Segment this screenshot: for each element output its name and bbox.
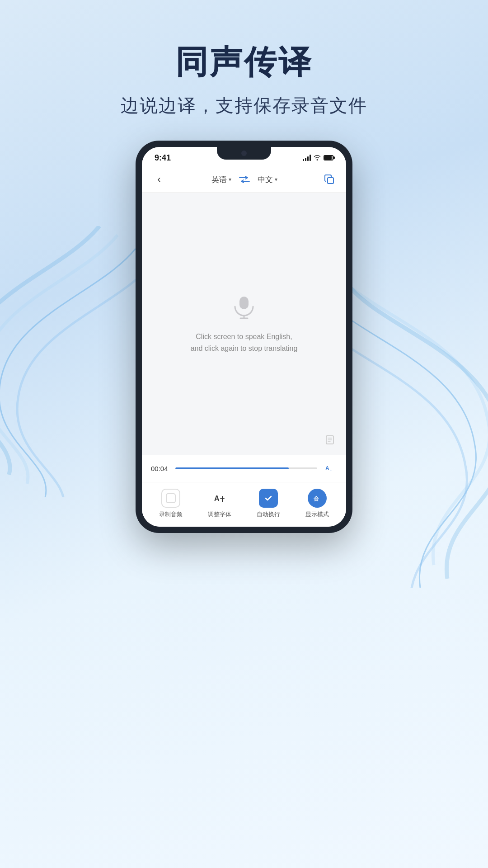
auto-linebreak-icon xyxy=(259,489,278,508)
app-navbar: ‹ 英语 ▾ 中文 ▾ xyxy=(142,167,346,193)
status-time: 9:41 xyxy=(155,153,171,163)
svg-text:A: A xyxy=(214,495,220,502)
display-mode-icon: 合 xyxy=(308,489,327,508)
battery-icon xyxy=(324,155,333,160)
prompt-line2: and click again to stop translating xyxy=(191,344,298,352)
signal-icon xyxy=(303,155,311,161)
phone-container: 9:41 xyxy=(0,141,488,533)
phone-frame: 9:41 xyxy=(136,141,352,533)
camera-dot xyxy=(241,151,247,156)
main-title: 同声传译 xyxy=(0,41,488,84)
svg-text:合: 合 xyxy=(313,495,319,502)
phone-notch xyxy=(217,147,271,160)
display-mode-label: 显示模式 xyxy=(305,510,329,519)
auto-linebreak-label: 自动换行 xyxy=(257,510,280,519)
progress-bar xyxy=(175,467,317,469)
target-lang-arrow: ▾ xyxy=(275,176,277,183)
svg-rect-10 xyxy=(166,494,175,503)
wifi-icon xyxy=(314,154,321,162)
toolbar-display-mode[interactable]: 合 显示模式 xyxy=(299,489,335,519)
source-lang-label: 英语 xyxy=(211,175,227,185)
target-lang-label: 中文 xyxy=(258,175,273,185)
mic-icon xyxy=(230,293,258,320)
source-lang-button[interactable]: 英语 ▾ xyxy=(211,175,231,185)
time-label: 00:04 xyxy=(151,465,170,472)
doc-copy-button[interactable] xyxy=(323,431,339,448)
back-button[interactable]: ‹ xyxy=(151,171,167,188)
header-section: 同声传译 边说边译，支持保存录音文件 xyxy=(0,0,488,141)
svg-rect-0 xyxy=(328,178,333,184)
toolbar-auto-linebreak[interactable]: 自动换行 xyxy=(250,489,286,519)
sub-title: 边说边译，支持保存录音文件 xyxy=(0,93,488,118)
status-icons xyxy=(303,154,333,162)
prompt-line1: Click screen to speak English, xyxy=(196,333,292,340)
translation-area[interactable]: Click screen to speak English, and click… xyxy=(142,193,346,455)
adjust-font-icon: A xyxy=(210,489,229,508)
source-lang-arrow: ▾ xyxy=(229,176,231,183)
phone-screen: 9:41 xyxy=(142,147,346,527)
copy-icon-button[interactable] xyxy=(322,172,337,187)
lang-selector: 英语 ▾ 中文 ▾ xyxy=(211,175,277,185)
toolbar-adjust-font[interactable]: A 调整字体 xyxy=(202,489,238,519)
toolbar-record-audio[interactable]: 录制音频 xyxy=(153,489,189,519)
prompt-text: Click screen to speak English, and click… xyxy=(191,331,298,354)
record-audio-icon xyxy=(161,489,180,508)
target-lang-button[interactable]: 中文 ▾ xyxy=(258,175,277,185)
adjust-font-label: 调整字体 xyxy=(208,510,231,519)
record-audio-label: 录制音频 xyxy=(159,510,183,519)
progress-bar-fill xyxy=(175,467,289,469)
progress-section: 00:04 A ↑ xyxy=(142,455,346,482)
swap-language-button[interactable] xyxy=(239,175,250,184)
svg-text:↑: ↑ xyxy=(330,468,332,473)
svg-rect-1 xyxy=(239,297,249,309)
svg-text:A: A xyxy=(325,465,329,472)
bottom-toolbar: 录制音频 A 调整字体 xyxy=(142,482,346,527)
font-size-button[interactable]: A ↑ xyxy=(323,461,337,476)
